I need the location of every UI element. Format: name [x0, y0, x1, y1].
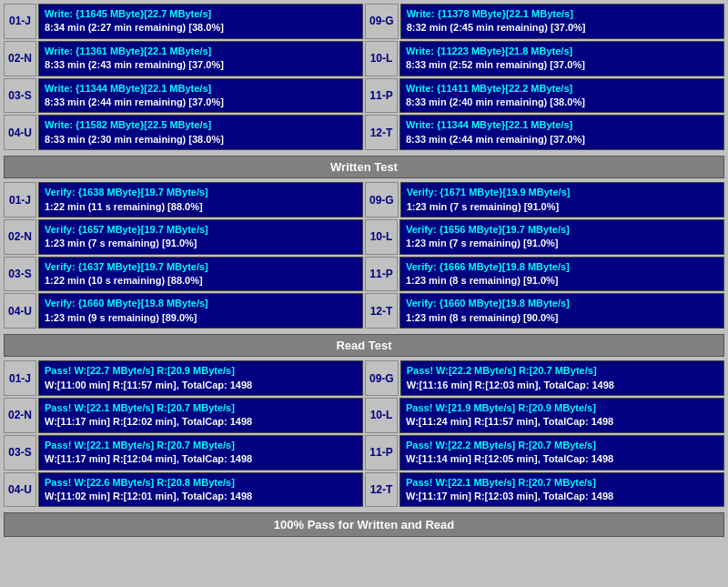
pass-02n-line1: Pass! W:[22.1 MByte/s] R:[20.7 MByte/s]: [45, 401, 357, 415]
write-row-02n: 02-N Write: {11361 MByte}[22.1 MByte/s] …: [4, 41, 363, 76]
verify-left-col: 01-J Verify: {1638 MByte}[19.7 MByte/s] …: [4, 182, 363, 330]
read-test-header: Read Test: [4, 334, 724, 357]
pass-03s-line1: Pass! W:[22.1 MByte/s] R:[20.7 MByte/s]: [45, 439, 357, 452]
pass-01j-line1: Pass! W:[22.7 MByte/s] R:[20.9 MByte/s]: [45, 364, 357, 378]
pass-09g-line1: Pass! W:[22.2 MByte/s] R:[20.7 MByte/s]: [407, 364, 718, 378]
pinfo-11p: Pass! W:[22.2 MByte/s] R:[20.7 MByte/s] …: [399, 435, 724, 471]
pass-left-col: 01-J Pass! W:[22.7 MByte/s] R:[20.9 MByt…: [4, 360, 363, 509]
info-04u: Write: {11582 MByte}[22.5 MByte/s] 8:33 …: [38, 115, 363, 150]
pass-row-12t: 12-T Pass! W:[22.1 MByte/s] R:[20.7 MByt…: [365, 472, 724, 508]
vinfo-04u: Verify: {1660 MByte}[19.8 MByte/s] 1:23 …: [38, 293, 363, 329]
vid-09g: 09-G: [365, 182, 399, 218]
write-01j-line1: Write: {11645 MByte}[22.7 MByte/s]: [45, 7, 357, 21]
vinfo-01j: Verify: {1638 MByte}[19.7 MByte/s] 1:22 …: [38, 182, 363, 218]
pass-10l-line1: Pass! W:[21.9 MByte/s] R:[20.9 MByte/s]: [406, 401, 718, 415]
vinfo-09g: Verify: {1671 MByte}[19.9 MByte/s] 1:23 …: [400, 182, 724, 218]
pid-10l: 10-L: [365, 398, 398, 433]
write-section: 01-J Write: {11645 MByte}[22.7 MByte/s] …: [4, 4, 724, 152]
verify-grid: 01-J Verify: {1638 MByte}[19.7 MByte/s] …: [4, 182, 724, 330]
verify-right-col: 09-G Verify: {1671 MByte}[19.9 MByte/s] …: [365, 182, 724, 330]
verify-section: 01-J Verify: {1638 MByte}[19.7 MByte/s] …: [4, 182, 724, 330]
pinfo-02n: Pass! W:[22.1 MByte/s] R:[20.7 MByte/s] …: [38, 398, 363, 433]
verify-04u-line2: 1:23 min (9 s remaining) [89.0%]: [45, 311, 357, 325]
pinfo-10l: Pass! W:[21.9 MByte/s] R:[20.9 MByte/s] …: [399, 398, 724, 433]
id-03s: 03-S: [4, 78, 36, 114]
info-02n: Write: {11361 MByte}[22.1 MByte/s] 8:33 …: [38, 41, 363, 76]
write-09g-line2: 8:32 min (2:45 min remaining) [37.0%]: [407, 21, 718, 35]
verify-03s-line1: Verify: {1637 MByte}[19.7 MByte/s]: [45, 260, 357, 274]
verify-row-09g: 09-G Verify: {1671 MByte}[19.9 MByte/s] …: [365, 182, 724, 218]
pass-row-11p: 11-P Pass! W:[22.2 MByte/s] R:[20.7 MByt…: [365, 435, 724, 471]
write-04u-line1: Write: {11582 MByte}[22.5 MByte/s]: [45, 118, 357, 132]
info-12t: Write: {11344 MByte}[22.1 MByte/s] 8:33 …: [399, 115, 724, 150]
pinfo-04u: Pass! W:[22.6 MByte/s] R:[20.8 MByte/s] …: [38, 472, 363, 508]
pass-04u-line1: Pass! W:[22.6 MByte/s] R:[20.8 MByte/s]: [45, 476, 357, 490]
id-01j: 01-J: [4, 4, 36, 39]
vinfo-11p: Verify: {1666 MByte}[19.8 MByte/s] 1:23 …: [399, 257, 724, 292]
verify-row-12t: 12-T Verify: {1660 MByte}[19.8 MByte/s] …: [365, 293, 724, 329]
write-02n-line2: 8:33 min (2:43 min remaining) [37.0%]: [45, 58, 357, 72]
vinfo-12t: Verify: {1660 MByte}[19.8 MByte/s] 1:23 …: [399, 293, 724, 329]
pass-12t-line2: W:[11:17 min] R:[12:03 min], TotalCap: 1…: [406, 490, 718, 503]
write-row-03s: 03-S Write: {11344 MByte}[22.1 MByte/s] …: [4, 78, 363, 114]
info-11p: Write: {11411 MByte}[22.2 MByte/s] 8:33 …: [399, 78, 724, 114]
write-11p-line2: 8:33 min (2:40 min remaining) [38.0%]: [406, 96, 718, 109]
verify-11p-line1: Verify: {1666 MByte}[19.8 MByte/s]: [406, 260, 718, 274]
pinfo-03s: Pass! W:[22.1 MByte/s] R:[20.7 MByte/s] …: [38, 435, 363, 471]
write-02n-line1: Write: {11361 MByte}[22.1 MByte/s]: [45, 45, 357, 58]
pass-09g-line2: W:[11:16 min] R:[12:03 min], TotalCap: 1…: [407, 379, 718, 392]
verify-01j-line2: 1:22 min (11 s remaining) [88.0%]: [45, 200, 357, 214]
vinfo-03s: Verify: {1637 MByte}[19.7 MByte/s] 1:22 …: [38, 257, 363, 292]
write-right-col: 09-G Write: {11378 MByte}[22.1 MByte/s] …: [365, 4, 724, 152]
write-12t-line1: Write: {11344 MByte}[22.1 MByte/s]: [406, 118, 718, 132]
pid-12t: 12-T: [365, 472, 398, 508]
main-container: 01-J Write: {11645 MByte}[22.7 MByte/s] …: [0, 0, 728, 541]
verify-10l-line2: 1:23 min (7 s remaining) [91.0%]: [406, 237, 718, 250]
verify-row-01j: 01-J Verify: {1638 MByte}[19.7 MByte/s] …: [4, 182, 363, 218]
write-09g-line1: Write: {11378 MByte}[22.1 MByte/s]: [407, 7, 718, 21]
id-11p: 11-P: [365, 78, 398, 114]
write-row-01j: 01-J Write: {11645 MByte}[22.7 MByte/s] …: [4, 4, 363, 39]
write-left-col: 01-J Write: {11645 MByte}[22.7 MByte/s] …: [4, 4, 363, 152]
write-row-04u: 04-U Write: {11582 MByte}[22.5 MByte/s] …: [4, 115, 363, 150]
verify-11p-line2: 1:23 min (8 s remaining) [91.0%]: [406, 274, 718, 288]
pass-02n-line2: W:[11:17 min] R:[12:02 min], TotalCap: 1…: [45, 415, 357, 429]
verify-row-03s: 03-S Verify: {1637 MByte}[19.7 MByte/s] …: [4, 257, 363, 292]
vinfo-02n: Verify: {1657 MByte}[19.7 MByte/s] 1:23 …: [38, 219, 363, 255]
pid-03s: 03-S: [4, 435, 36, 471]
vid-01j: 01-J: [4, 182, 36, 218]
verify-01j-line1: Verify: {1638 MByte}[19.7 MByte/s]: [45, 186, 357, 199]
pass-row-03s: 03-S Pass! W:[22.1 MByte/s] R:[20.7 MByt…: [4, 435, 363, 471]
pass-10l-line2: W:[11:24 min] R:[11:57 min], TotalCap: 1…: [406, 415, 718, 429]
vid-02n: 02-N: [4, 219, 36, 255]
pass-right-col: 09-G Pass! W:[22.2 MByte/s] R:[20.7 MByt…: [365, 360, 724, 509]
write-12t-line2: 8:33 min (2:44 min remaining) [37.0%]: [406, 133, 718, 147]
pass-row-04u: 04-U Pass! W:[22.6 MByte/s] R:[20.8 MByt…: [4, 472, 363, 508]
pass-04u-line2: W:[11:02 min] R:[12:01 min], TotalCap: 1…: [45, 490, 357, 503]
verify-row-04u: 04-U Verify: {1660 MByte}[19.8 MByte/s] …: [4, 293, 363, 329]
write-row-11p: 11-P Write: {11411 MByte}[22.2 MByte/s] …: [365, 78, 724, 114]
pass-grid: 01-J Pass! W:[22.7 MByte/s] R:[20.9 MByt…: [4, 360, 724, 509]
verify-12t-line2: 1:23 min (8 s remaining) [90.0%]: [406, 311, 718, 325]
written-test-header: Written Test: [4, 156, 724, 178]
pass-01j-line2: W:[11:00 min] R:[11:57 min], TotalCap: 1…: [45, 379, 357, 392]
vid-04u: 04-U: [4, 293, 36, 329]
verify-row-11p: 11-P Verify: {1666 MByte}[19.8 MByte/s] …: [365, 257, 724, 292]
verify-row-10l: 10-L Verify: {1656 MByte}[19.7 MByte/s] …: [365, 219, 724, 255]
write-grid: 01-J Write: {11645 MByte}[22.7 MByte/s] …: [4, 4, 724, 152]
verify-12t-line1: Verify: {1660 MByte}[19.8 MByte/s]: [406, 297, 718, 310]
pid-09g: 09-G: [365, 360, 399, 396]
pass-11p-line2: W:[11:14 min] R:[12:05 min], TotalCap: 1…: [406, 452, 718, 466]
write-11p-line1: Write: {11411 MByte}[22.2 MByte/s]: [406, 82, 718, 96]
verify-02n-line2: 1:23 min (7 s remaining) [91.0%]: [45, 237, 357, 250]
vinfo-10l: Verify: {1656 MByte}[19.7 MByte/s] 1:23 …: [399, 219, 724, 255]
pid-04u: 04-U: [4, 472, 36, 508]
info-03s: Write: {11344 MByte}[22.1 MByte/s] 8:33 …: [38, 78, 363, 114]
info-09g: Write: {11378 MByte}[22.1 MByte/s] 8:32 …: [400, 4, 724, 39]
verify-10l-line1: Verify: {1656 MByte}[19.7 MByte/s]: [406, 223, 718, 237]
pass-11p-line1: Pass! W:[22.2 MByte/s] R:[20.7 MByte/s]: [406, 439, 718, 452]
write-03s-line1: Write: {11344 MByte}[22.1 MByte/s]: [45, 82, 357, 96]
verify-09g-line1: Verify: {1671 MByte}[19.9 MByte/s]: [407, 186, 718, 199]
pass-03s-line2: W:[11:17 min] R:[12:04 min], TotalCap: 1…: [45, 452, 357, 466]
pass-row-09g: 09-G Pass! W:[22.2 MByte/s] R:[20.7 MByt…: [365, 360, 724, 396]
